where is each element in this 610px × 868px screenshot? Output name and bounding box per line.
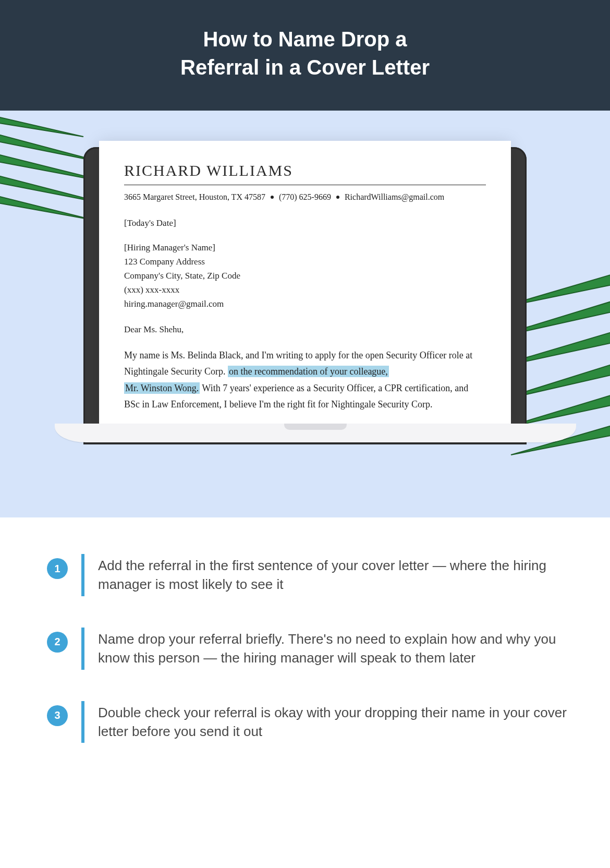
contact-line: 3665 Margaret Street, Houston, TX 47587 … <box>124 192 486 205</box>
separator-dot-icon <box>271 196 274 199</box>
cover-letter-document: RICHARD WILLIAMS 3665 Margaret Street, H… <box>99 141 511 424</box>
laptop-base <box>55 424 576 442</box>
salutation: Dear Ms. Shehu, <box>124 324 486 336</box>
contact-address: 3665 Margaret Street, Houston, TX 47587 <box>124 192 265 202</box>
contact-phone: (770) 625-9669 <box>279 192 331 202</box>
tip-accent-bar <box>81 628 84 670</box>
recipient-email: hiring.manager@gmail.com <box>124 298 486 310</box>
header-banner: How to Name Drop a Referral in a Cover L… <box>0 0 610 111</box>
recipient-phone: (xxx) xxx-xxxx <box>124 284 486 296</box>
tip-text: Add the referral in the first sentence o… <box>98 554 568 596</box>
title-line-1: How to Name Drop a <box>203 28 407 51</box>
letter-body: My name is Ms. Belinda Black, and I'm wr… <box>124 347 486 413</box>
tip-text: Name drop your referral briefly. There's… <box>98 628 568 670</box>
letter-date: [Today's Date] <box>124 218 486 230</box>
applicant-name: RICHARD WILLIAMS <box>124 162 486 185</box>
separator-dot-icon <box>336 196 339 199</box>
recipient-block: [Hiring Manager's Name] 123 Company Addr… <box>124 242 486 310</box>
laptop-illustration: RICHARD WILLIAMS 3665 Margaret Street, H… <box>55 147 555 442</box>
recipient-addr1: 123 Company Address <box>124 256 486 268</box>
title-line-2: Referral in a Cover Letter <box>180 56 430 79</box>
tip-number-badge: 3 <box>47 705 68 726</box>
tips-section: 1 Add the referral in the first sentence… <box>0 517 610 805</box>
tip-item-2: 2 Name drop your referral briefly. There… <box>47 628 568 670</box>
tip-item-3: 3 Double check your referral is okay wit… <box>47 701 568 743</box>
referral-highlight-2: Mr. Winston Wong. <box>124 382 200 394</box>
referral-highlight-1: on the recommendation of your colleague, <box>228 366 389 377</box>
tip-number-badge: 1 <box>47 558 68 579</box>
illustration-stage: RICHARD WILLIAMS 3665 Margaret Street, H… <box>0 111 610 517</box>
recipient-name: [Hiring Manager's Name] <box>124 242 486 254</box>
page-title: How to Name Drop a Referral in a Cover L… <box>10 25 600 81</box>
laptop-screen: RICHARD WILLIAMS 3665 Margaret Street, H… <box>83 147 527 444</box>
tip-item-1: 1 Add the referral in the first sentence… <box>47 554 568 596</box>
date-placeholder: [Today's Date] <box>124 218 486 230</box>
tip-number-badge: 2 <box>47 632 68 653</box>
tip-text: Double check your referral is okay with … <box>98 701 568 743</box>
tip-accent-bar <box>81 701 84 743</box>
contact-email: RichardWilliams@gmail.com <box>345 192 444 202</box>
tip-accent-bar <box>81 554 84 596</box>
recipient-addr2: Company's City, State, Zip Code <box>124 270 486 282</box>
